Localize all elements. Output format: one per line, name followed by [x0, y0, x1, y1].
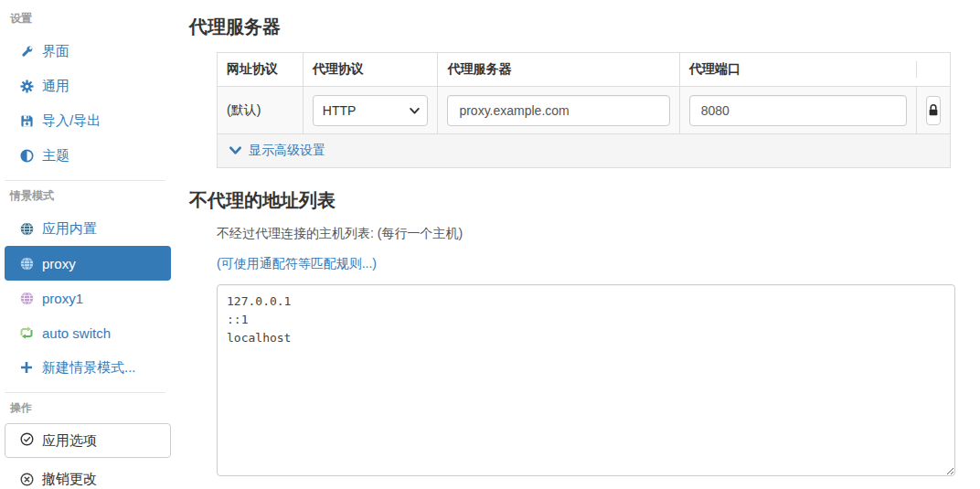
wildcard-rules-link[interactable]: (可使用通配符等匹配规则...) — [217, 256, 377, 272]
sidebar-item-theme[interactable]: 主题 — [5, 138, 171, 173]
save-icon — [19, 114, 34, 128]
sidebar: 设置 界面 通用 — [0, 0, 171, 489]
sidebar-item-import-export[interactable]: 导入/导出 — [5, 103, 171, 138]
sidebar-item-profile-proxy[interactable]: proxy — [5, 246, 171, 281]
apply-options-label: 应用选项 — [42, 432, 97, 450]
sidebar-item-interface[interactable]: 界面 — [5, 34, 171, 69]
table-footer: 显示高级设置 — [218, 133, 950, 167]
main-content: 代理服务器 网址协议 代理协议 代理服务器 代理端口 (默认) HTTP — [171, 0, 980, 489]
contrast-icon — [19, 149, 34, 163]
sidebar-item-general[interactable]: 通用 — [5, 69, 171, 103]
sidebar-item-label: 新建情景模式... — [42, 359, 136, 377]
proxy-server-input[interactable] — [447, 95, 669, 126]
globe-icon — [19, 222, 34, 236]
sidebar-item-label: 界面 — [42, 43, 69, 60]
globe-icon — [19, 257, 34, 271]
proxy-port-input[interactable] — [689, 95, 907, 126]
check-circle-icon — [20, 432, 34, 449]
table-row: (默认) HTTP — [218, 86, 950, 133]
table-header-row: 网址协议 代理协议 代理服务器 代理端口 — [218, 53, 950, 86]
retweet-icon — [19, 326, 34, 339]
sidebar-divider — [5, 180, 165, 181]
sidebar-item-new-profile[interactable]: 新建情景模式... — [5, 350, 171, 385]
gear-icon — [19, 80, 34, 93]
sidebar-section-label-actions: 操作 — [10, 400, 171, 416]
sidebar-item-label: 导入/导出 — [42, 112, 101, 130]
discard-changes-label: 撤销更改 — [42, 471, 97, 488]
show-advanced-link[interactable]: 显示高级设置 — [229, 143, 325, 159]
proxy-servers-table: 网址协议 代理协议 代理服务器 代理端口 (默认) HTTP — [217, 52, 951, 168]
column-header-server: 代理服务器 — [437, 53, 678, 86]
protocol-select[interactable]: HTTP — [313, 95, 429, 126]
sidebar-divider — [5, 392, 165, 393]
scheme-default-label: (默认) — [218, 87, 303, 133]
sidebar-item-label: 应用内置 — [42, 220, 97, 238]
wrench-icon — [19, 45, 34, 58]
sidebar-section-label-profiles: 情景模式 — [10, 188, 171, 204]
column-header-auth — [916, 61, 950, 78]
bypass-list-textarea[interactable]: 127.0.0.1 ::1 localhost — [217, 284, 955, 476]
proxy-servers-title: 代理服务器 — [189, 15, 958, 39]
sidebar-item-label: 主题 — [42, 147, 69, 165]
sidebar-item-label: proxy — [42, 256, 76, 271]
sidebar-item-label: proxy1 — [42, 291, 83, 306]
sidebar-item-profile-auto-switch[interactable]: auto switch — [5, 315, 171, 350]
sidebar-item-label: auto switch — [42, 325, 111, 341]
chevron-down-icon — [229, 146, 241, 155]
options-page: 设置 界面 通用 — [0, 0, 980, 489]
column-header-port: 代理端口 — [679, 53, 916, 86]
x-circle-icon — [19, 473, 34, 486]
show-advanced-label: 显示高级设置 — [249, 143, 325, 159]
globe-icon — [19, 292, 34, 305]
lock-icon — [927, 103, 940, 117]
column-header-scheme: 网址协议 — [218, 53, 303, 86]
discard-changes-button[interactable]: 撤销更改 — [5, 462, 171, 489]
sidebar-item-builtin-profiles[interactable]: 应用内置 — [5, 211, 171, 246]
column-header-protocol: 代理协议 — [303, 53, 438, 86]
apply-options-button[interactable]: 应用选项 — [5, 423, 171, 458]
sidebar-item-label: 通用 — [42, 78, 69, 95]
auth-lock-button[interactable] — [926, 96, 941, 125]
sidebar-section-label-settings: 设置 — [10, 11, 171, 27]
plus-icon — [19, 361, 34, 374]
bypass-list-description: 不经过代理连接的主机列表: (每行一个主机) — [217, 226, 958, 242]
sidebar-item-profile-proxy1[interactable]: proxy1 — [5, 281, 171, 315]
bypass-list-title: 不代理的地址列表 — [189, 188, 958, 213]
